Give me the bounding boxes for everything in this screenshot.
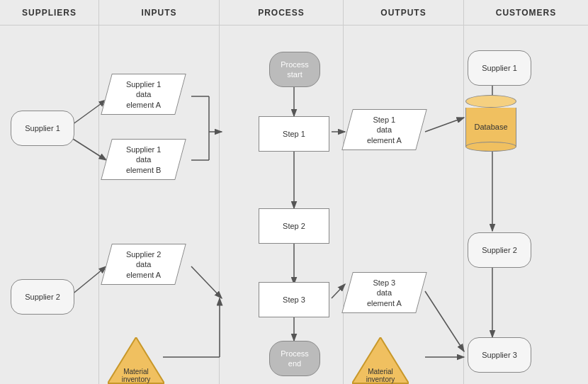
content-area: Supplier 1 Supplier 2 Supplier 1 data el… [0, 26, 588, 384]
lane-suppliers [0, 26, 99, 384]
output-s1a: Step 1 data element A [341, 109, 427, 150]
header-suppliers: SUPPLIERS [0, 0, 99, 25]
database-top [465, 95, 516, 108]
input-s1a: Supplier 1 data element A [101, 74, 186, 115]
step3: Step 3 [259, 282, 329, 317]
input-material-inventory: Materialinventory [108, 330, 164, 384]
database-bottom [465, 142, 516, 152]
header-process: PROCESS [220, 0, 344, 25]
process-start: Process start [269, 52, 320, 87]
supplier1-node: Supplier 1 [11, 111, 74, 146]
database: Database [465, 93, 516, 153]
columns-header: SUPPLIERS INPUTS PROCESS OUTPUTS CUSTOME… [0, 0, 588, 26]
diagram-container: SUPPLIERS INPUTS PROCESS OUTPUTS CUSTOME… [0, 0, 588, 384]
database-body: Database [465, 108, 516, 147]
step1: Step 1 [259, 116, 329, 152]
header-outputs: OUTPUTS [344, 0, 464, 25]
input-s2a: Supplier 2 data element A [101, 244, 186, 285]
output-s3a: Step 3 data element A [341, 272, 427, 313]
input-s1b: Supplier 1 data element B [101, 139, 186, 180]
process-end: Process end [269, 341, 320, 376]
customer-supplier1: Supplier 1 [468, 50, 531, 86]
supplier2-node: Supplier 2 [11, 279, 74, 315]
output-material-inventory: Materialinventory [352, 330, 409, 384]
customer-supplier3: Supplier 3 [468, 337, 531, 373]
step2: Step 2 [259, 208, 329, 244]
customer-supplier2: Supplier 2 [468, 232, 531, 268]
header-inputs: INPUTS [99, 0, 220, 25]
header-customers: CUSTOMERS [464, 0, 588, 25]
